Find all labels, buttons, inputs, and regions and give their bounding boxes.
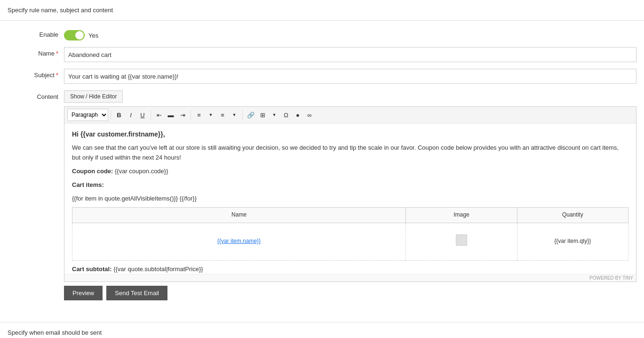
coupon-label: Coupon code:	[72, 168, 113, 175]
cart-table-image-header: Image	[406, 208, 517, 223]
toolbar-divider-4	[242, 110, 243, 120]
content-row: Content Show / Hide Editor Paragraph B I…	[0, 90, 644, 300]
toolbar-divider-2	[151, 110, 151, 120]
cart-table-qty-header: Quantity	[517, 208, 628, 223]
italic-button[interactable]: I	[125, 109, 136, 121]
toolbar-divider-3	[191, 110, 191, 120]
bold-button[interactable]: B	[113, 109, 125, 121]
align-group: ⇤ ▬ ⇥	[153, 109, 188, 121]
content-area: Show / Hide Editor Paragraph B I U	[64, 90, 636, 300]
subject-row: Subject*	[0, 69, 644, 84]
subtotal-label: Cart subtotal:	[72, 266, 112, 273]
underline-button[interactable]: U	[137, 109, 148, 121]
align-right-button[interactable]: ⇥	[177, 109, 188, 121]
insert-group: 🔗 ⊞ ▼ Ω ● ∞	[245, 109, 315, 121]
cart-items-label: Cart items:	[72, 181, 104, 188]
editor-cart-items: Cart items:	[72, 180, 628, 190]
subject-required: *	[56, 72, 58, 79]
cart-table: Name Image Quantity {{var item.name}}	[72, 207, 628, 260]
item-name-link[interactable]: {{var item.name}}	[217, 238, 261, 244]
link-button[interactable]: 🔗	[245, 109, 256, 121]
editor-subtotal: Cart subtotal: {{var quote.subtotal|form…	[72, 265, 628, 274]
name-row: Name*	[0, 47, 644, 62]
infinity-button[interactable]: ∞	[304, 109, 315, 121]
subject-input[interactable]	[64, 69, 636, 84]
list-group: ≡ ▼ ≡ ▼	[193, 109, 240, 121]
editor-greeting: Hi {{var customer.firstname}},	[72, 129, 628, 139]
editor-wrapper: Paragraph B I U ⇤ ▬ ⇥	[64, 106, 636, 282]
buttons-row: Preview Send Test Email	[64, 286, 636, 300]
toolbar-divider-1	[111, 110, 111, 120]
omega-button[interactable]: Ω	[280, 109, 292, 121]
section-rule-title: Specify rule name, subject and content	[0, 0, 644, 21]
item-image-placeholder	[456, 234, 467, 246]
editor-toolbar: Paragraph B I U ⇤ ▬ ⇥	[64, 107, 636, 123]
name-input[interactable]	[64, 47, 636, 62]
cart-table-name-header: Name	[72, 208, 406, 223]
list-ordered-button[interactable]: ≡	[217, 109, 228, 121]
align-center-button[interactable]: ▬	[165, 109, 176, 121]
format-group: B I U	[113, 109, 148, 121]
coupon-code: {{var coupon.code}}	[115, 168, 168, 175]
preview-button[interactable]: Preview	[64, 286, 103, 300]
enable-toggle-label: Yes	[88, 32, 98, 39]
cart-table-header-row: Name Image Quantity	[72, 208, 628, 223]
align-left-button[interactable]: ⇤	[153, 109, 165, 121]
toggle-slider	[64, 30, 85, 40]
list-ordered-arrow[interactable]: ▼	[229, 109, 240, 121]
subject-label: Subject*	[8, 69, 64, 79]
cart-table-item-qty: {{var item.qty}}	[517, 223, 628, 260]
table-arrow[interactable]: ▼	[269, 109, 280, 121]
name-label: Name*	[8, 47, 64, 57]
cart-table-item-name: {{var item.name}}	[72, 223, 406, 260]
powered-by: POWERED BY TINY	[64, 274, 636, 282]
content-label: Content	[8, 90, 64, 100]
editor-body: We can see that the cart you've left at …	[72, 143, 628, 163]
subtotal-code: {{var quote.subtotal|formatPrice}}	[113, 266, 203, 273]
list-bullet-arrow[interactable]: ▼	[205, 109, 216, 121]
show-hide-editor-button[interactable]: Show / Hide Editor	[64, 90, 123, 103]
dot-button[interactable]: ●	[292, 109, 303, 121]
cart-table-item-row: {{var item.name}} {{var item.qty}}	[72, 223, 628, 260]
table-button[interactable]: ⊞	[257, 109, 268, 121]
enable-label: Enable	[8, 28, 64, 38]
enable-toggle-container: Yes	[64, 28, 98, 40]
cart-table-item-image	[406, 223, 517, 260]
editor-for-loop: {{for item in quote.getAllVisibleItems()…	[72, 194, 628, 204]
editor-coupon: Coupon code: {{var coupon.code}}	[72, 167, 628, 177]
section-send-title: Specify when email should be sent	[0, 322, 644, 338]
enable-toggle[interactable]	[64, 30, 85, 40]
name-required: *	[56, 50, 58, 57]
paragraph-group: Paragraph	[67, 109, 108, 121]
list-bullet-button[interactable]: ≡	[193, 109, 205, 121]
enable-row: Enable Yes	[0, 28, 644, 40]
paragraph-select[interactable]: Paragraph	[67, 109, 108, 121]
editor-content[interactable]: Hi {{var customer.firstname}}, We can se…	[64, 123, 636, 274]
send-test-email-button[interactable]: Send Test Email	[106, 286, 167, 300]
